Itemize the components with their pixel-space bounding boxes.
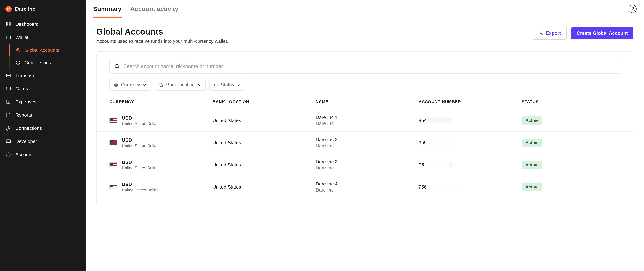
cell-bank-location: United States [212, 140, 316, 146]
col-currency: CURRENCY [110, 99, 212, 104]
export-label: Export [546, 30, 561, 36]
create-global-account-button[interactable]: Create Global Account [571, 27, 633, 39]
currency-name: United States Dollar [122, 121, 158, 126]
filter-label: Bank location [166, 82, 195, 88]
flag-us-icon [110, 118, 117, 123]
download-icon [538, 31, 543, 36]
sidebar-item-label: Connections [16, 125, 42, 131]
flag-us-icon [110, 140, 117, 145]
sidebar-item-label: Account [16, 152, 32, 157]
search-input[interactable] [123, 63, 616, 69]
account-number: 955 … … … … [418, 140, 451, 146]
cell-currency: USDUnited States Dollar [110, 137, 212, 148]
briefcase-icon [6, 6, 12, 12]
sidebar-item-label: Cards [16, 86, 28, 92]
account-name: Dare Inc 4 [316, 181, 419, 187]
reports-icon [6, 112, 11, 118]
sidebar-subitem-global-accounts[interactable]: Global Accounts [9, 44, 86, 56]
status-badge: Active [522, 139, 542, 147]
account-number-mask [427, 162, 454, 168]
currency-code: USD [122, 137, 158, 143]
cell-status: Active [522, 183, 620, 191]
currency-code: USD [122, 115, 158, 121]
tab-summary[interactable]: Summary [93, 0, 122, 17]
sidebar-subitem-label: Conversions [24, 60, 51, 65]
currency-name: United States Dollar [122, 166, 158, 170]
table-row[interactable]: USDUnited States DollarUnited StatesDare… [96, 132, 633, 154]
svg-rect-8 [6, 87, 10, 90]
account-subname: Dare Inc [316, 143, 419, 149]
sidebar-item-label: Reports [16, 112, 32, 118]
currency-name: United States Dollar [122, 143, 158, 148]
filter-currency[interactable]: Currency [110, 79, 151, 91]
table-row[interactable]: USDUnited States DollarUnited StatesDare… [96, 176, 633, 198]
user-avatar[interactable] [628, 5, 637, 13]
cell-currency: USDUnited States Dollar [110, 115, 212, 126]
cell-account-number: 956 … ……… …… … [418, 184, 522, 190]
filter-status[interactable]: Status [210, 79, 246, 91]
cell-name: Dare Inc 2Dare Inc [316, 137, 419, 149]
status-badge: Active [522, 183, 542, 191]
dashboard-icon [6, 21, 11, 27]
cell-account-number: 95 … … … … 5 [418, 162, 522, 168]
svg-rect-2 [9, 22, 10, 24]
sidebar-item-reports[interactable]: Reports [0, 108, 86, 122]
sidebar-item-expenses[interactable]: Expenses [0, 95, 86, 108]
bank-icon [159, 83, 164, 87]
tab-account-activity[interactable]: Account activity [130, 0, 178, 17]
flag-us-icon [110, 162, 117, 167]
main-content: Summary Account activity Global Accounts… [86, 0, 644, 271]
svg-rect-10 [6, 140, 10, 143]
account-subname: Dare Inc [316, 121, 419, 126]
page-title: Global Accounts [96, 27, 528, 37]
col-status: STATUS [522, 99, 620, 104]
status-icon [214, 83, 218, 87]
cell-status: Active [522, 161, 620, 169]
sidebar-item-transfers[interactable]: Transfers [0, 69, 86, 82]
sidebar-item-label: Wallet [16, 35, 28, 40]
cards-icon [6, 86, 11, 92]
create-label: Create Global Account [577, 30, 628, 36]
table-row[interactable]: USDUnited States DollarUnited StatesDare… [96, 154, 633, 176]
account-subname: Dare Inc [316, 187, 419, 193]
export-button[interactable]: Export [532, 27, 567, 40]
sidebar-item-dashboard[interactable]: Dashboard [0, 17, 86, 31]
svg-rect-1 [6, 22, 8, 24]
sidebar-item-connections[interactable]: Connections [0, 122, 86, 135]
connections-icon [6, 125, 11, 131]
transfers-icon [6, 72, 11, 78]
col-account-number: ACCOUNT NUMBER [418, 99, 522, 104]
table-header: CURRENCY BANK LOCATION NAME ACCOUNT NUMB… [96, 91, 633, 109]
sidebar-subitem-conversions[interactable]: Conversions [10, 56, 86, 69]
filter-bank-location[interactable]: Bank location [155, 79, 206, 91]
svg-point-11 [8, 154, 9, 155]
account-name: Dare Inc 3 [316, 159, 419, 165]
account-number: 95 … … … … 5 [418, 162, 452, 168]
currency-circle-icon [15, 47, 21, 53]
chevrons-updown-icon [76, 7, 80, 11]
wallet-icon [6, 34, 11, 40]
account-name: Dare Inc 1 [316, 115, 419, 120]
cell-bank-location: United States [212, 162, 316, 168]
sidebar-item-wallet[interactable]: Wallet [0, 31, 86, 44]
sidebar-item-label: Expenses [16, 99, 36, 105]
svg-point-12 [632, 7, 634, 9]
sidebar-item-cards[interactable]: Cards [0, 82, 86, 95]
account-name: Dare Inc 2 [316, 137, 419, 142]
svg-rect-5 [6, 36, 10, 39]
col-name: NAME [316, 99, 419, 104]
table-row[interactable]: USDUnited States DollarUnited StatesDare… [96, 109, 633, 132]
sidebar-item-developer[interactable]: Developer [0, 135, 86, 148]
refresh-icon [15, 60, 21, 65]
currency-code: USD [122, 182, 158, 187]
cell-account-number: 954/??/?????/? [418, 118, 522, 123]
cell-name: Dare Inc 1Dare Inc [316, 115, 419, 126]
account-number-mask [427, 117, 454, 124]
account-number-mask [427, 184, 467, 190]
cell-name: Dare Inc 3Dare Inc [316, 159, 419, 171]
currency-code: USD [122, 160, 158, 165]
accounts-panel: Currency Bank location [96, 51, 633, 206]
org-switcher[interactable]: Dare Inc [0, 4, 86, 17]
sidebar-item-account[interactable]: Account [0, 148, 86, 161]
status-badge: Active [522, 161, 542, 169]
